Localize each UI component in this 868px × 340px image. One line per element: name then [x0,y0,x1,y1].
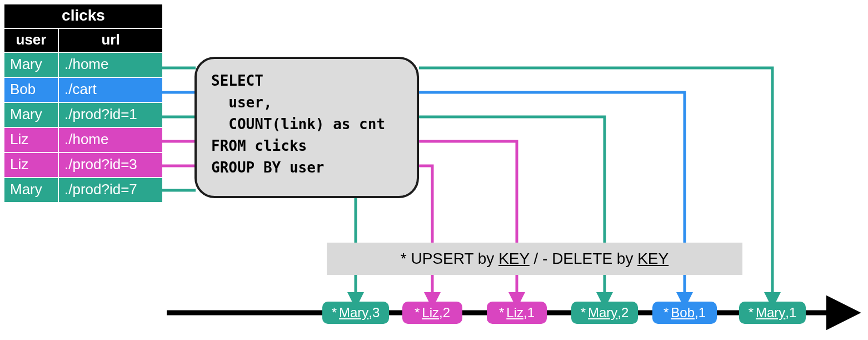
cell-url: ./prod?id=3 [59,153,162,177]
cell-user: Liz [4,128,59,152]
table-row: Liz ./prod?id=3 [4,152,162,177]
table-row: Mary ./prod?id=7 [4,177,162,202]
cell-user: Mary [4,53,59,77]
cell-url: ./prod?id=1 [59,103,162,127]
cell-url: ./prod?id=7 [59,178,162,202]
cell-url: ./home [59,128,162,152]
col-header-url: url [59,29,162,52]
table-row: Liz ./home [4,127,162,152]
output-pill: *Mary,3 [322,302,389,324]
col-header-user: user [4,29,59,52]
table-row: Mary ./home [4,52,162,77]
cell-user: Mary [4,103,59,127]
output-pill: *Mary,1 [739,302,806,324]
cell-user: Liz [4,153,59,177]
cell-url: ./cart [59,78,162,102]
query-box: SELECT user, COUNT(link) as cnt FROM cli… [194,57,419,198]
output-pill: *Liz,2 [402,302,462,324]
legend-bar: * UPSERT by KEY / - DELETE by KEY [327,243,742,275]
cell-user: Bob [4,78,59,102]
table-header: user url [4,29,162,52]
table-row: Bob ./cart [4,77,162,102]
input-table: clicks user url Mary ./home Bob ./cart M… [4,4,162,202]
sql-code: SELECT user, COUNT(link) as cnt FROM cli… [211,70,402,179]
output-pill: *Mary,2 [571,302,638,324]
table-row: Mary ./prod?id=1 [4,102,162,127]
legend-text: * UPSERT by KEY / - DELETE by KEY [401,250,669,268]
table-caption: clicks [4,4,162,29]
output-pill: *Liz,1 [487,302,547,324]
cell-url: ./home [59,53,162,77]
output-pill: *Bob,1 [652,302,717,324]
cell-user: Mary [4,178,59,202]
